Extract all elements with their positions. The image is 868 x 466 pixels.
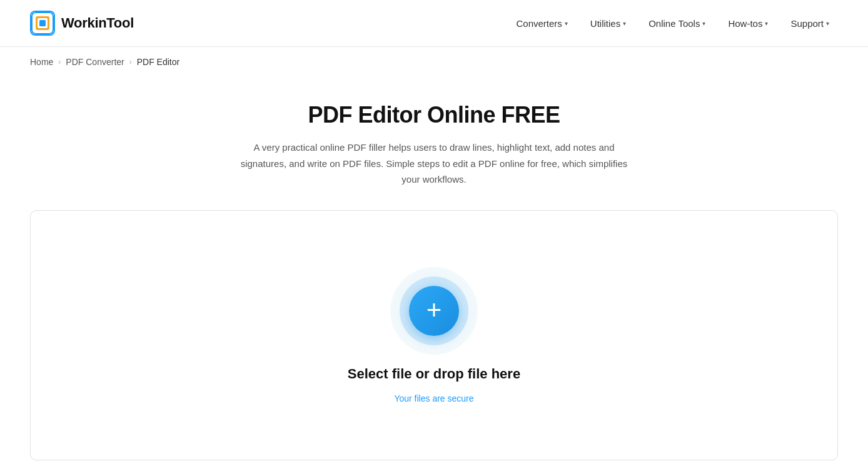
- page-description: A very practical online PDF filler helps…: [234, 139, 634, 188]
- main-nav: Converters ▾ Utilities ▾ Online Tools ▾ …: [507, 13, 838, 34]
- svg-rect-4: [39, 20, 46, 26]
- upload-icon-wrapper: +: [390, 267, 478, 355]
- nav-converters[interactable]: Converters ▾: [507, 13, 576, 34]
- breadcrumb-sep-1: ›: [58, 58, 61, 66]
- upload-inner: + Select file or drop file here Your fil…: [348, 267, 520, 403]
- chevron-down-icon: ▾: [565, 20, 568, 27]
- breadcrumb: Home › PDF Converter › PDF Editor: [0, 47, 868, 77]
- upload-plus-circle: +: [409, 286, 459, 336]
- breadcrumb-current: PDF Editor: [137, 57, 179, 67]
- upload-secure-text[interactable]: Your files are secure: [394, 393, 473, 403]
- breadcrumb-sep-2: ›: [129, 58, 132, 66]
- upload-label: Select file or drop file here: [348, 366, 520, 382]
- nav-utilities[interactable]: Utilities ▾: [582, 13, 635, 34]
- chevron-down-icon: ▾: [702, 20, 705, 27]
- nav-how-tos[interactable]: How-tos ▾: [719, 13, 777, 34]
- nav-online-tools[interactable]: Online Tools ▾: [640, 13, 714, 34]
- upload-area[interactable]: + Select file or drop file here Your fil…: [30, 210, 838, 460]
- breadcrumb-pdf-converter[interactable]: PDF Converter: [66, 57, 124, 67]
- nav-support[interactable]: Support ▾: [782, 13, 838, 34]
- page-title: PDF Editor Online FREE: [30, 102, 838, 128]
- header: WorkinTool Converters ▾ Utilities ▾ Onli…: [0, 0, 868, 47]
- chevron-down-icon: ▾: [623, 20, 626, 27]
- page-hero: PDF Editor Online FREE A very practical …: [30, 89, 838, 210]
- brand-name: WorkinTool: [61, 15, 134, 31]
- logo-icon: [30, 11, 55, 36]
- main-content: PDF Editor Online FREE A very practical …: [0, 77, 868, 466]
- breadcrumb-home[interactable]: Home: [30, 57, 53, 67]
- chevron-down-icon: ▾: [826, 20, 829, 27]
- logo[interactable]: WorkinTool: [30, 11, 134, 36]
- chevron-down-icon: ▾: [765, 20, 768, 27]
- plus-icon: +: [426, 297, 442, 323]
